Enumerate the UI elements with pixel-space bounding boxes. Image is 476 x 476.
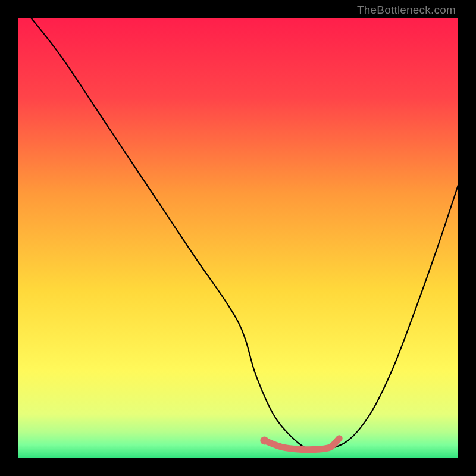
bottleneck-curve: [31, 18, 458, 451]
chart-frame: TheBottleneck.com: [0, 0, 476, 476]
curve-layer: [18, 18, 458, 458]
plot-area: [18, 18, 458, 458]
watermark-text: TheBottleneck.com: [357, 4, 456, 17]
highlight-segment: [264, 439, 339, 450]
highlight-dot: [260, 436, 268, 444]
